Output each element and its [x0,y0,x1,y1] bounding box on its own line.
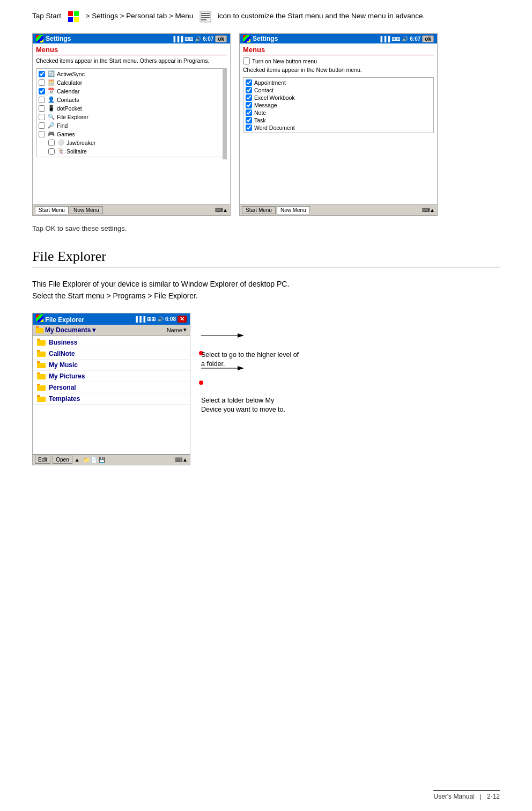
fe-bottom-bar: Edit Open ▲ 📁 📄 💾 ⌨▲ [33,454,190,465]
list-item[interactable]: 🧮 Calculator [38,78,225,87]
new-menu-checkbox-row[interactable]: Turn on New button menu [243,57,434,64]
checkbox-note[interactable] [246,109,252,116]
checkbox-calendar[interactable] [39,88,45,94]
list-item[interactable]: Appointment [245,79,432,86]
svg-marker-22 [37,395,40,397]
checkbox-fileexplorer[interactable] [39,114,45,120]
intro-text-after: icon to customize the Start menu and the… [218,11,425,21]
annotation-2-line2: Device you want to move to. [201,405,500,415]
svg-rect-11 [37,340,46,346]
list-item[interactable]: 🔎 Find [38,121,225,130]
right-status: ▐▐▐ ⊞⊞ 🔊 6:07 ok [379,35,434,42]
fe-open-button[interactable]: Open [53,456,72,464]
tab-start-menu-left[interactable]: Start Menu [35,206,69,214]
fe-sort[interactable]: Name ▾ [167,326,187,333]
checkbox-games[interactable] [39,131,45,137]
left-section-title: Menus [36,46,227,55]
checkbox-message[interactable] [246,102,252,108]
list-item[interactable]: ⚪ Jawbreaker [38,138,225,147]
fe-titlebar: File Explorer ▐▐▐ ⊞⊞ 🔊 6:08 ✕ [33,313,190,325]
fe-location-arrow: ▾ [92,326,95,334]
svg-rect-1 [74,11,79,16]
left-titlebar: Settings ▐▐▐ ⊞⊞ 🔊 6:07 ok [33,34,230,43]
win-logo-right [243,35,250,42]
checkbox-activesync[interactable] [39,71,45,77]
list-item[interactable]: 🔄 ActiveSync [38,70,225,78]
checkbox-excel[interactable] [246,94,252,101]
find-icon: 🔎 [47,122,55,129]
list-item[interactable]: Contact [245,86,432,94]
list-item[interactable]: CallNote [33,348,190,360]
folder-icon [37,361,46,369]
body-text-1: This File Explorer of your device is sim… [32,278,500,290]
list-item[interactable]: My Music [33,360,190,371]
list-item[interactable]: Message [245,101,432,109]
annotation-area: Select to go to the higher level of a fo… [201,329,500,415]
folder-icon [37,350,46,357]
screenshots-row: Settings ▐▐▐ ⊞⊞ 🔊 6:07 ok Menus Checked … [32,33,500,216]
fe-header-bar: My Documents ▾ Name ▾ [33,325,190,336]
list-item[interactable]: Excel Workbook [245,94,432,101]
activesync-icon: 🔄 [47,70,55,78]
list-item[interactable]: 🃏 Solitaire [38,147,225,156]
list-item[interactable]: My Pictures [33,371,190,382]
checkbox-task[interactable] [246,117,252,123]
fe-status: ▐▐▐ ⊞⊞ 🔊 6:08 ✕ [134,316,187,323]
list-item[interactable]: Word Document [245,124,432,131]
list-item[interactable]: Business [33,337,190,348]
new-menu-label: Turn on New button menu [252,58,317,64]
games-icon: 🎮 [47,130,55,138]
list-item[interactable]: Task [245,116,432,124]
right-ok-btn[interactable]: ok [422,35,434,42]
list-item[interactable]: Note [245,109,432,116]
fe-time: 6:08 [165,316,176,322]
checkbox-word[interactable] [246,125,252,131]
svg-marker-16 [37,361,40,363]
left-ok-btn[interactable]: ok [215,35,227,42]
annotation-1: Select to go to the higher level of a fo… [201,350,500,369]
left-scrollbar[interactable] [223,68,227,159]
fe-title-text: File Explorer [45,316,84,324]
list-item[interactable]: 📅 Calendar [38,87,225,96]
checkbox-solitaire[interactable] [48,148,55,155]
checkbox-contact[interactable] [246,87,252,93]
list-item[interactable]: 📱 dotPocket [38,104,225,113]
page-footer: User's Manual | 2-12 [433,790,500,800]
file-explorer-area: File Explorer ▐▐▐ ⊞⊞ 🔊 6:08 ✕ [32,313,500,465]
tab-new-menu-left[interactable]: New Menu [70,206,103,214]
fe-edit-button[interactable]: Edit [35,456,50,464]
right-titlebar: Settings ▐▐▐ ⊞⊞ 🔊 6:07 ok [240,34,437,43]
intro-paragraph: Tap Start > Settings > Personal tab > Me… [32,11,500,23]
right-description: Checked items appear in the New button m… [243,67,434,74]
checkbox-dotpocket[interactable] [39,105,45,112]
left-list-container: 🔄 ActiveSync 🧮 Calculator 📅 [36,68,227,159]
list-item[interactable]: 🎮 Games [38,130,225,138]
tab-start-menu-right[interactable]: Start Menu [242,206,276,214]
tab-new-menu-right[interactable]: New Menu [277,206,310,214]
checkbox-jawbreaker[interactable] [48,140,55,146]
checkbox-appointment[interactable] [246,79,252,86]
list-item[interactable]: Templates [33,393,190,405]
checkbox-calculator[interactable] [39,79,45,86]
list-item[interactable]: Personal [33,382,190,393]
jawbreaker-icon: ⚪ [57,139,64,147]
fe-toolbar-icons: 📁 📄 💾 [83,457,106,463]
list-item[interactable]: 🔍 File Explorer [38,113,225,121]
svg-rect-3 [74,17,79,22]
left-description: Checked items appear in the Start menu. … [36,57,227,65]
annotation-container: Select to go to the higher level of a fo… [201,313,500,415]
contacts-icon: 👤 [47,96,55,104]
checkbox-find[interactable] [39,122,45,129]
my-docs-icon [36,326,43,334]
win-logo-left [36,35,43,42]
left-device-screen: Settings ▐▐▐ ⊞⊞ 🔊 6:07 ok Menus Checked … [32,33,231,216]
left-bottom-tabs: Start Menu New Menu ⌨▲ [33,204,230,215]
fe-location[interactable]: My Documents ▾ [36,326,95,334]
svg-rect-6 [201,15,210,16]
svg-rect-9 [36,328,43,333]
right-screen-body: Menus Turn on New button menu Checked it… [240,43,437,204]
checkbox-new-menu[interactable] [243,57,250,64]
list-item[interactable]: 👤 Contacts [38,96,225,104]
fe-close-button[interactable]: ✕ [178,316,187,323]
checkbox-contacts[interactable] [39,97,45,103]
